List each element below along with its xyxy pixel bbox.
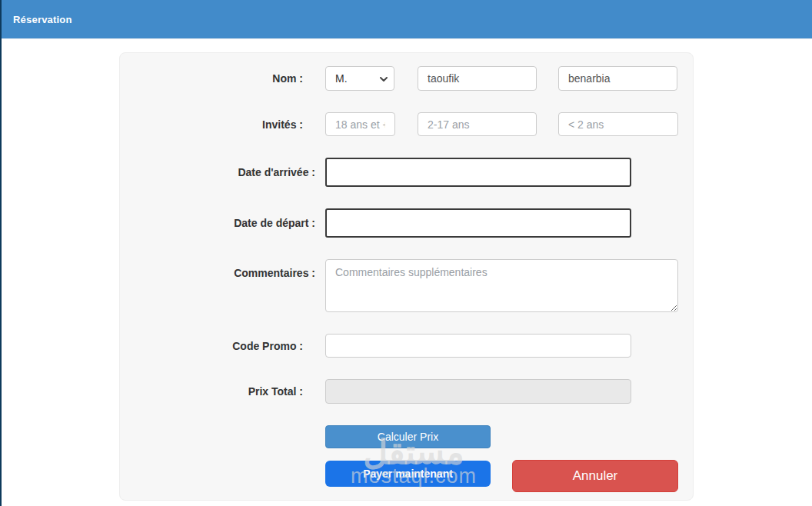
title-select-wrap: M.	[325, 66, 394, 91]
title-select[interactable]: M.	[325, 66, 394, 91]
prix-total-input	[325, 379, 631, 404]
guests-infants-input[interactable]	[558, 112, 678, 136]
commentaires-label: Commentaires :	[120, 259, 325, 279]
code-promo-input[interactable]	[325, 334, 631, 358]
code-promo-row: Code Promo :	[120, 334, 693, 358]
calculer-row: Calculer Prix	[325, 425, 693, 448]
prix-total-label: Prix Total :	[120, 385, 325, 398]
nom-row: Nom : M.	[120, 66, 693, 91]
last-name-input[interactable]	[558, 66, 677, 91]
date-arrivee-row: Date d'arrivée :	[120, 158, 693, 187]
invites-row: Invités :	[120, 112, 693, 136]
page-title: Réservation	[13, 14, 72, 25]
commentaires-row: Commentaires :	[120, 259, 693, 312]
annuler-button[interactable]: Annuler	[512, 460, 678, 492]
date-arrivee-input[interactable]	[325, 158, 631, 187]
invites-label: Invités :	[120, 118, 325, 131]
header-bar: Réservation	[0, 0, 812, 38]
guests-children-input[interactable]	[418, 112, 537, 136]
date-depart-input[interactable]	[325, 208, 631, 238]
window-left-border	[0, 0, 2, 506]
commentaires-textarea[interactable]	[325, 259, 678, 312]
payer-maintenant-button[interactable]: Payer maintenant	[325, 461, 491, 487]
first-name-input[interactable]	[418, 66, 537, 91]
nom-label: Nom :	[120, 72, 325, 85]
actions-row: Payer maintenant Annuler	[325, 461, 693, 492]
date-depart-row: Date de départ :	[120, 208, 693, 238]
date-arrivee-label: Date d'arrivée :	[120, 166, 325, 178]
reservation-form-card: Nom : M. Invités : Date d'arrivée : Date…	[119, 52, 694, 501]
guests-adults-input[interactable]	[325, 112, 395, 136]
calculer-prix-button[interactable]: Calculer Prix	[325, 425, 491, 448]
date-depart-label: Date de départ :	[120, 217, 325, 229]
prix-total-row: Prix Total :	[120, 379, 693, 404]
code-promo-label: Code Promo :	[120, 340, 325, 352]
